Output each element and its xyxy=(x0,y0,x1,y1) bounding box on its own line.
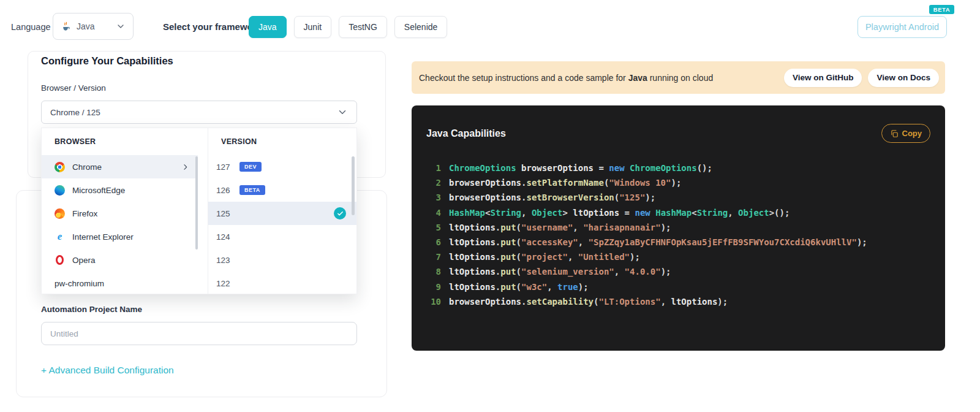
project-name-input[interactable] xyxy=(41,322,357,345)
beta-badge: BETA xyxy=(239,185,265,195)
browser-version-label: Browser / Version xyxy=(41,83,106,93)
copy-icon xyxy=(890,129,899,138)
dev-badge: DEV xyxy=(239,162,262,172)
banner-language-bold: Java xyxy=(628,73,647,83)
line-number: 5 xyxy=(425,220,441,235)
version-number: 126 xyxy=(216,186,239,195)
version-option-123[interactable]: 123 xyxy=(208,248,356,272)
capabilities-title: Configure Your Capabilities xyxy=(41,55,173,67)
view-on-docs-button[interactable]: View on Docs xyxy=(868,69,939,87)
version-number: 123 xyxy=(216,256,239,265)
browser-version-dropdown: BROWSER ChromeMicrosoftEdgeFirefoxeInter… xyxy=(41,128,357,294)
browser-option-label: MicrosoftEdge xyxy=(72,186,125,195)
line-number: 8 xyxy=(425,264,441,279)
code-block: 1ChromeOptions browserOptions = new Chro… xyxy=(412,161,945,309)
version-number: 125 xyxy=(216,209,239,218)
browser-option-opera[interactable]: Opera xyxy=(42,248,198,272)
line-number: 9 xyxy=(425,280,441,294)
version-option-127[interactable]: 127DEV xyxy=(208,155,356,178)
firefox-icon xyxy=(55,208,65,219)
java-language-icon xyxy=(61,21,71,32)
chevron-down-icon xyxy=(337,107,348,118)
version-column-header: VERSION xyxy=(208,128,356,155)
browser-list-scrollbar[interactable] xyxy=(195,156,198,250)
edge-icon xyxy=(55,185,65,196)
code-line-2: 2browserOptions.setPlatformName("Windows… xyxy=(425,175,945,190)
framework-button-selenide[interactable]: Selenide xyxy=(394,16,448,38)
language-select-value: Java xyxy=(77,21,95,31)
line-number: 10 xyxy=(425,294,441,309)
framework-button-testng[interactable]: TestNG xyxy=(339,16,387,38)
browser-option-chrome[interactable]: Chrome xyxy=(42,155,198,178)
chevron-right-icon xyxy=(181,163,189,171)
code-line-1: 1ChromeOptions browserOptions = new Chro… xyxy=(425,161,945,175)
code-line-9: 9ltOptions.put("w3c", true); xyxy=(425,280,945,294)
code-line-10: 10browserOptions.setCapability("LT:Optio… xyxy=(425,294,945,309)
browser-option-microsoftedge[interactable]: MicrosoftEdge xyxy=(42,178,198,202)
code-line-5: 5ltOptions.put("username", "harisapnanai… xyxy=(425,220,945,235)
version-column: VERSION 127DEV126BETA125124123122 xyxy=(208,128,356,294)
browser-option-label: Opera xyxy=(72,256,96,265)
copy-button[interactable]: Copy xyxy=(881,124,931,143)
opera-icon xyxy=(56,255,64,265)
version-option-124[interactable]: 124 xyxy=(208,225,356,248)
browser-option-label: Internet Explorer xyxy=(72,232,134,242)
advanced-build-configuration-link[interactable]: + Advanced Build Configuration xyxy=(41,365,174,376)
ie-icon: e xyxy=(55,232,65,242)
version-number: 127 xyxy=(216,162,239,172)
framework-button-junit[interactable]: Junit xyxy=(294,16,332,38)
browser-option-firefox[interactable]: Firefox xyxy=(42,202,198,225)
browser-option-label: pw-chromium xyxy=(55,279,104,288)
chevron-down-icon xyxy=(116,21,126,31)
beta-badge: BETA xyxy=(929,5,954,14)
chrome-icon xyxy=(55,162,65,172)
line-number: 7 xyxy=(425,250,441,264)
top-bar: Language Java Select your framework: Jav… xyxy=(0,0,980,49)
code-panel-title: Java Capabilities xyxy=(426,128,506,139)
code-line-8: 8ltOptions.put("selenium_version", "4.0.… xyxy=(425,264,945,279)
setup-instructions-banner: Checkout the setup instructions and a co… xyxy=(412,61,945,94)
browser-option-label: Chrome xyxy=(72,162,102,172)
browser-option-internet-explorer[interactable]: eInternet Explorer xyxy=(42,225,198,248)
version-option-125[interactable]: 125 xyxy=(208,202,356,225)
code-line-3: 3browserOptions.setBrowserVersion("125")… xyxy=(425,190,945,205)
framework-button-java[interactable]: Java xyxy=(249,16,287,38)
browser-version-select[interactable]: Chrome / 125 xyxy=(41,101,357,124)
banner-text: Checkout the setup instructions and a co… xyxy=(419,73,713,83)
browser-version-value: Chrome / 125 xyxy=(50,108,100,117)
language-select[interactable]: Java xyxy=(53,13,134,40)
browser-option-pw-chromium[interactable]: pw-chromium xyxy=(42,272,198,295)
code-panel: Java Capabilities Copy 1ChromeOptions br… xyxy=(412,105,945,351)
line-number: 2 xyxy=(425,175,441,190)
line-number: 6 xyxy=(425,235,441,250)
code-line-6: 6ltOptions.put("accessKey", "SpZZqy1aByC… xyxy=(425,235,945,250)
playwright-android-button[interactable]: Playwright Android xyxy=(858,16,947,38)
version-option-126[interactable]: 126BETA xyxy=(208,178,356,202)
line-number: 3 xyxy=(425,190,441,205)
project-name-label: Automation Project Name xyxy=(41,305,142,314)
version-number: 122 xyxy=(216,279,239,288)
code-line-7: 7ltOptions.put("project", "Untitled"); xyxy=(425,250,945,264)
line-number: 1 xyxy=(425,161,441,175)
code-line-4: 4HashMap<String, Object> ltOptions = new… xyxy=(425,205,945,220)
version-option-122[interactable]: 122 xyxy=(208,272,356,295)
version-number: 124 xyxy=(216,232,239,242)
browser-column-header: BROWSER xyxy=(42,128,208,155)
browser-column: BROWSER ChromeMicrosoftEdgeFirefoxeInter… xyxy=(42,128,208,294)
browser-option-label: Firefox xyxy=(72,209,97,218)
view-on-github-button[interactable]: View on GitHub xyxy=(784,69,862,87)
framework-button-group: JavaJunitTestNGSelenide xyxy=(249,16,447,38)
line-number: 4 xyxy=(425,205,441,220)
selected-check-icon xyxy=(334,207,346,219)
version-list-scrollbar[interactable] xyxy=(352,156,355,215)
language-label: Language xyxy=(11,22,51,32)
